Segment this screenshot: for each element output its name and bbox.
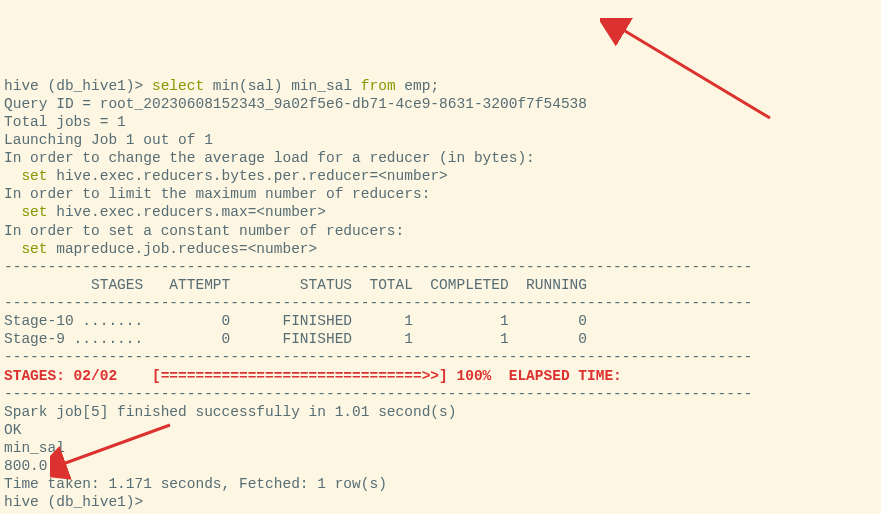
hint-line: In order to change the average load for … xyxy=(4,150,535,166)
ok-line: OK xyxy=(4,422,21,438)
total-jobs-line: Total jobs = 1 xyxy=(4,114,126,130)
query-id-line: Query ID = root_20230608152343_9a02f5e6-… xyxy=(4,96,587,112)
hint-line: In order to set a constant number of red… xyxy=(4,223,404,239)
hint-value: hive.exec.reducers.max=<number> xyxy=(48,204,326,220)
divider: ----------------------------------------… xyxy=(4,386,752,402)
sql-fragment: min(sal) min_sal xyxy=(204,78,361,94)
hint-line: In order to limit the maximum number of … xyxy=(4,186,430,202)
launching-job-line: Launching Job 1 out of 1 xyxy=(4,132,213,148)
table-header: STAGES ATTEMPT STATUS TOTAL COMPLETED RU… xyxy=(4,277,587,293)
set-keyword: set xyxy=(21,204,47,220)
sql-keyword-from: from xyxy=(361,78,396,94)
prompt: hive (db_hive1)> xyxy=(4,494,152,510)
table-row: Stage-9 ........ 0 FINISHED 1 1 0 xyxy=(4,331,587,347)
divider: ----------------------------------------… xyxy=(4,295,752,311)
divider: ----------------------------------------… xyxy=(4,349,752,365)
set-keyword: set xyxy=(21,241,47,257)
hint-value: hive.exec.reducers.bytes.per.reducer=<nu… xyxy=(48,168,448,184)
indent xyxy=(4,241,21,257)
hint-value: mapreduce.job.reduces=<number> xyxy=(48,241,318,257)
indent xyxy=(4,204,21,220)
result-column: min_sal xyxy=(4,440,65,456)
divider: ----------------------------------------… xyxy=(4,259,752,275)
table-row: Stage-10 ....... 0 FINISHED 1 1 0 xyxy=(4,313,587,329)
indent xyxy=(4,168,21,184)
progress-line: STAGES: 02/02 [=========================… xyxy=(4,368,622,384)
time-taken-line: Time taken: 1.171 seconds, Fetched: 1 ro… xyxy=(4,476,387,492)
terminal-output: hive (db_hive1)> select min(sal) min_sal… xyxy=(4,77,877,512)
prompt: hive (db_hive1)> xyxy=(4,78,152,94)
set-keyword: set xyxy=(21,168,47,184)
sql-fragment: emp; xyxy=(396,78,440,94)
sql-keyword-select: select xyxy=(152,78,204,94)
result-value: 800.0 xyxy=(4,458,48,474)
spark-finish-line: Spark job[5] finished successfully in 1.… xyxy=(4,404,456,420)
